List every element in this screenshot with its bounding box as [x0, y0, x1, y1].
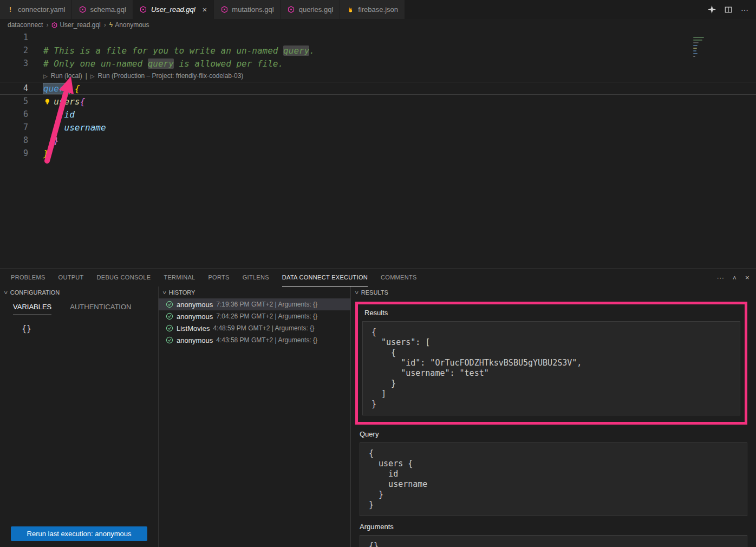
graphql-icon: [220, 6, 228, 14]
history-item[interactable]: anonymous 4:43:58 PM GMT+2 | Arguments: …: [159, 334, 350, 346]
arguments-label: Arguments: [360, 523, 747, 531]
history-section-header[interactable]: > HISTORY: [159, 286, 350, 298]
query-code: { users { id username } }: [360, 442, 747, 516]
breadcrumb-symbol[interactable]: ϟ Anonymous: [109, 21, 149, 29]
history-item[interactable]: anonymous 7:19:36 PM GMT+2 | Arguments: …: [159, 298, 350, 310]
line-number: 2: [0, 45, 28, 55]
breadcrumb-file[interactable]: User_read.gql: [51, 21, 100, 29]
code-line: 2 # This is a file for you to write an u…: [0, 44, 756, 57]
line-number: 6: [0, 109, 28, 119]
panel-tab-comments[interactable]: COMMENTS: [381, 269, 417, 286]
query-label: Query: [360, 430, 747, 438]
breadcrumb-folder[interactable]: dataconnect: [8, 21, 43, 29]
rerun-button[interactable]: Rerun last execution: anonymous: [11, 526, 147, 541]
run-icon: ▷: [90, 73, 95, 79]
close-icon[interactable]: ×: [203, 6, 207, 14]
minimap[interactable]: [693, 34, 706, 58]
code-line: 6 id: [0, 108, 756, 121]
pass-check-icon: [166, 312, 173, 320]
results-body: Results { "users": [ { "id": "OrTucFODZH…: [351, 298, 756, 547]
results-highlight-box: Results { "users": [ { "id": "OrTucFODZH…: [355, 302, 747, 425]
line-number: 9: [0, 148, 28, 158]
history-item[interactable]: anonymous 7:04:26 PM GMT+2 | Arguments: …: [159, 310, 350, 322]
breadcrumb-separator-icon: ›: [46, 21, 48, 29]
panel-tab-output[interactable]: OUTPUT: [58, 269, 84, 286]
editor-tab-bar: ! connector.yaml schema.gql User_read.gq…: [0, 0, 756, 19]
close-panel-icon[interactable]: ×: [745, 274, 750, 282]
line-number: 5: [0, 96, 28, 106]
pass-check-icon: [166, 324, 173, 332]
chevron-down-icon: >: [354, 291, 360, 294]
minimap-line: [693, 56, 695, 57]
more-actions-icon[interactable]: ···: [741, 5, 748, 14]
minimap-line: [693, 53, 698, 54]
panel-body: > CONFIGURATION VARIABLES AUTHENTICATION…: [0, 286, 756, 547]
results-section: > RESULTS Results { "users": [ { "id": "…: [351, 286, 756, 547]
maximize-panel-icon[interactable]: >: [732, 276, 738, 279]
tab-label: firebase.json: [358, 5, 398, 14]
panel-tab-ports[interactable]: PORTS: [208, 269, 229, 286]
more-actions-icon[interactable]: ···: [716, 274, 724, 282]
chevron-down-icon: >: [161, 291, 167, 294]
tab-variables[interactable]: VARIABLES: [13, 303, 51, 315]
minimap-line: [693, 42, 699, 43]
code-line: 8 }: [0, 134, 756, 147]
tab-mutations-gql[interactable]: mutations.gql: [214, 0, 281, 19]
line-number: 8: [0, 135, 28, 145]
tab-firebase-json[interactable]: firebase.json: [340, 0, 405, 19]
results-output: { "users": [ { "id": "OrTucFODZHTksvBSBU…: [362, 321, 740, 415]
minimap-line: [693, 50, 696, 51]
breadcrumb-separator-icon: ›: [104, 21, 106, 29]
run-production-link[interactable]: Run (Production – Project: friendly-flix…: [98, 72, 244, 80]
panel-actions: ··· > ×: [716, 269, 750, 286]
results-label: Results: [364, 309, 740, 317]
minimap-line: [693, 40, 702, 41]
breadcrumb: dataconnect › User_read.gql › ϟ Anonymou…: [0, 19, 756, 31]
copilot-sparkle-icon[interactable]: [708, 5, 716, 14]
arguments-code: {}: [360, 535, 747, 547]
codelens-row: ▷ Run (local) | ▷ Run (Production – Proj…: [0, 70, 756, 82]
configuration-section-header[interactable]: > CONFIGURATION: [0, 286, 158, 298]
split-editor-icon[interactable]: [725, 6, 732, 14]
yaml-warning-icon: !: [6, 6, 14, 14]
tab-schema-gql[interactable]: schema.gql: [72, 0, 133, 19]
codelens-separator: |: [86, 72, 87, 80]
configuration-tabs: VARIABLES AUTHENTICATION: [0, 298, 158, 315]
tab-label: mutations.gql: [232, 5, 273, 14]
minimap-line: [693, 37, 704, 38]
code-line: 1: [0, 31, 756, 44]
tab-user-read-gql[interactable]: User_read.gql ×: [133, 0, 214, 19]
panel-tab-problems[interactable]: PROBLEMS: [11, 269, 45, 286]
tab-label: schema.gql: [90, 5, 126, 14]
tab-authentication[interactable]: AUTHENTICATION: [70, 303, 131, 315]
run-icon: ▷: [43, 73, 48, 79]
tab-connector-yaml[interactable]: ! connector.yaml: [0, 0, 72, 19]
line-number: 3: [0, 58, 28, 68]
lightbulb-icon[interactable]: [44, 97, 51, 105]
code-editor[interactable]: 1 2 # This is a file for you to write an…: [0, 31, 756, 268]
run-local-link[interactable]: Run (local): [51, 72, 82, 80]
bottom-panel: PROBLEMS OUTPUT DEBUG CONSOLE TERMINAL P…: [0, 268, 756, 547]
history-item[interactable]: ListMovies 4:48:59 PM GMT+2 | Arguments:…: [159, 322, 350, 334]
panel-tab-data-connect-execution[interactable]: DATA CONNECT EXECUTION: [282, 269, 368, 286]
panel-tab-bar: PROBLEMS OUTPUT DEBUG CONSOLE TERMINAL P…: [0, 269, 756, 286]
pass-check-icon: [166, 301, 173, 308]
graphql-icon: [51, 22, 57, 28]
code-line: 9 }: [0, 147, 756, 160]
panel-tab-terminal[interactable]: TERMINAL: [164, 269, 195, 286]
current-code-line: 4 query {: [0, 82, 756, 95]
tab-queries-gql[interactable]: queries.gql: [281, 0, 341, 19]
results-section-header[interactable]: > RESULTS: [351, 286, 756, 298]
variables-editor[interactable]: {}: [22, 324, 158, 334]
history-section: > HISTORY anonymous 7:19:36 PM GMT+2 | A…: [159, 286, 351, 547]
tab-label: queries.gql: [299, 5, 334, 14]
minimap-line: [693, 45, 698, 46]
line-number: 1: [0, 32, 28, 42]
code-line: 5 users{: [0, 95, 756, 108]
panel-tab-gitlens[interactable]: GITLENS: [243, 269, 269, 286]
graphql-icon: [140, 6, 147, 14]
configuration-section: > CONFIGURATION VARIABLES AUTHENTICATION…: [0, 286, 159, 547]
panel-tab-debug-console[interactable]: DEBUG CONSOLE: [97, 269, 151, 286]
minimap-line: [693, 48, 697, 49]
operation-symbol-icon: ϟ: [109, 21, 113, 29]
